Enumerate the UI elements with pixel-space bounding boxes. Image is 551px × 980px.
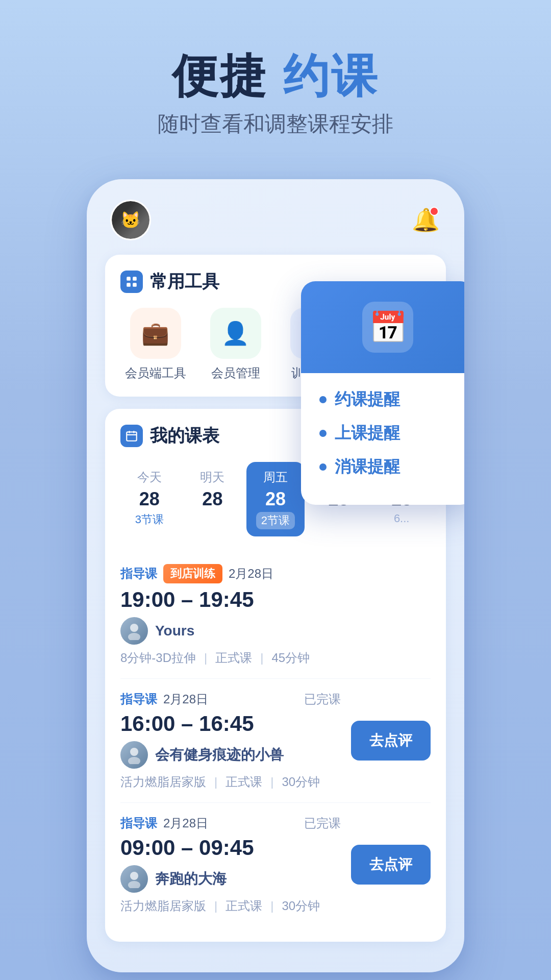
detail-2-2: 正式课 [226, 774, 262, 790]
day-num-today: 28 [139, 488, 160, 510]
notif-label-class: 上课提醒 [335, 422, 400, 445]
title-blue: 约课 [283, 51, 379, 102]
notif-item-class: 上课提醒 [319, 422, 456, 445]
notif-item-cancel: 消课提醒 [319, 456, 456, 478]
grid-icon [125, 275, 138, 288]
day-num-fri: 28 [265, 488, 286, 510]
avatar[interactable]: 🐱 [110, 200, 151, 240]
svg-rect-3 [133, 283, 137, 287]
trainer-name-2: 会有健身痕迹的小兽 [155, 745, 284, 765]
course-2-trainer-row: 会有健身痕迹的小兽 [120, 741, 341, 769]
day-item-tomorrow[interactable]: 明天 28 [184, 462, 242, 536]
tag-completed-2: 已完课 [304, 691, 341, 707]
svg-rect-4 [127, 432, 137, 440]
course-3-top: 指导课 2月28日 已完课 [120, 815, 341, 831]
day-item-today[interactable]: 今天 28 3节课 [120, 462, 179, 536]
notification-header: 📅 [301, 281, 464, 373]
day-name-fri: 周五 [263, 469, 288, 485]
svg-point-12 [130, 872, 138, 880]
notif-label-book: 约课提醒 [335, 388, 400, 411]
calendar-icon [125, 429, 138, 443]
course-2-row: 指导课 2月28日 已完课 16:00 – 16:45 [120, 691, 431, 790]
course-3-details: 活力燃脂居家版 | 正式课 | 30分钟 [120, 898, 341, 914]
svg-point-10 [130, 748, 138, 756]
day-name-today: 今天 [137, 469, 162, 485]
tool-icon-member-manage: 👤 [210, 308, 261, 359]
tag-store-1: 到店训练 [163, 564, 222, 583]
tag-guide-3: 指导课 [120, 815, 157, 831]
day-lessons-today: 3节课 [135, 512, 164, 527]
phone-mockup: 🐱 🔔 常用工具 [87, 179, 464, 972]
svg-rect-1 [133, 277, 137, 281]
tool-member-tools[interactable]: 💼 会员端工具 [120, 308, 190, 381]
course-2-top: 指导课 2月28日 已完课 [120, 691, 341, 707]
header-title: 便捷 约课 随时查看和调整课程安排 [158, 51, 393, 138]
bell-button[interactable]: 🔔 [410, 205, 441, 235]
review-button-3[interactable]: 去点评 [351, 845, 431, 885]
course-3-time: 09:00 – 09:45 [120, 836, 341, 860]
course-3-left: 指导课 2月28日 已完课 09:00 – 09:45 [120, 815, 341, 914]
trainer-name-3: 奔跑的大海 [155, 869, 227, 889]
course-item-3: 指导课 2月28日 已完课 09:00 – 09:45 [120, 803, 431, 926]
tool-label-member-tools: 会员端工具 [125, 365, 186, 381]
review-button-2[interactable]: 去点评 [351, 721, 431, 761]
svg-point-13 [128, 881, 140, 888]
schedule-title: 我的课表 [150, 424, 219, 448]
tool-member-manage[interactable]: 👤 会员管理 [201, 308, 270, 381]
tag-date-1: 2月28日 [229, 566, 273, 582]
detail-1-1: 8分钟-3D拉伸 [120, 650, 196, 666]
course-3-row: 指导课 2月28日 已完课 09:00 – 09:45 [120, 815, 431, 914]
course-2-details: 活力燃脂居家版 | 正式课 | 30分钟 [120, 774, 341, 790]
trainer-avatar-icon-2 [125, 746, 143, 764]
day-lessons-fri: 2节课 [256, 512, 295, 529]
notification-popup: 📅 约课提醒 上课提醒 消课提醒 [301, 281, 464, 505]
tools-title: 常用工具 [150, 270, 219, 293]
course-3-trainer-row: 奔跑的大海 [120, 865, 341, 893]
tag-date-2: 2月28日 [163, 691, 208, 707]
header-subtitle: 随时查看和调整课程安排 [158, 110, 393, 138]
svg-point-9 [128, 633, 140, 640]
detail-1-3: 45分钟 [272, 650, 310, 666]
trainer-avatar-1 [120, 617, 148, 645]
schedule-section-icon [120, 425, 143, 447]
avatar-image: 🐱 [112, 201, 149, 239]
notification-calendar-icon: 📅 [362, 302, 413, 353]
notification-body: 约课提醒 上课提醒 消课提醒 [301, 373, 464, 505]
notification-dot [430, 207, 439, 216]
notif-dot-1 [319, 396, 327, 403]
svg-rect-0 [127, 277, 131, 281]
svg-rect-2 [127, 283, 131, 287]
course-1-tags: 指导课 到店训练 2月28日 [120, 564, 273, 583]
tag-guide-2: 指导课 [120, 691, 157, 707]
tool-icon-member-tools: 💼 [130, 308, 181, 359]
course-1-trainer-row: Yours [120, 617, 431, 645]
tool-label-member-manage: 会员管理 [211, 365, 260, 381]
detail-3-3: 30分钟 [282, 898, 320, 914]
trainer-avatar-3 [120, 865, 148, 893]
detail-2-1: 活力燃脂居家版 [120, 774, 206, 790]
title-black: 便捷 [172, 51, 268, 102]
course-1-details: 8分钟-3D拉伸 | 正式课 | 45分钟 [120, 650, 431, 666]
trainer-avatar-2 [120, 741, 148, 769]
notif-dot-3 [319, 463, 327, 471]
notif-dot-2 [319, 430, 327, 437]
detail-3-2: 正式课 [226, 898, 262, 914]
tag-date-3: 2月28日 [163, 815, 208, 831]
phone-topbar: 🐱 🔔 [105, 200, 446, 240]
detail-3-1: 活力燃脂居家版 [120, 898, 206, 914]
tag-completed-3: 已完课 [304, 815, 341, 831]
course-2-tags: 指导课 2月28日 [120, 691, 208, 707]
svg-point-11 [128, 757, 140, 764]
notif-label-cancel: 消课提醒 [335, 456, 400, 478]
course-item-1: 指导课 到店训练 2月28日 19:00 – 19:45 Yours [120, 552, 431, 679]
course-1-time: 19:00 – 19:45 [120, 587, 431, 612]
course-3-tags: 指导课 2月28日 [120, 815, 208, 831]
day-name-tomorrow: 明天 [200, 469, 224, 485]
tag-guide-1: 指导课 [120, 566, 157, 582]
detail-2-3: 30分钟 [282, 774, 320, 790]
notif-item-book: 约课提醒 [319, 388, 456, 411]
day-item-fri[interactable]: 周五 28 2节课 [246, 462, 305, 536]
trainer-avatar-icon-1 [125, 622, 143, 640]
detail-1-2: 正式课 [215, 650, 252, 666]
course-1-top: 指导课 到店训练 2月28日 [120, 564, 431, 583]
